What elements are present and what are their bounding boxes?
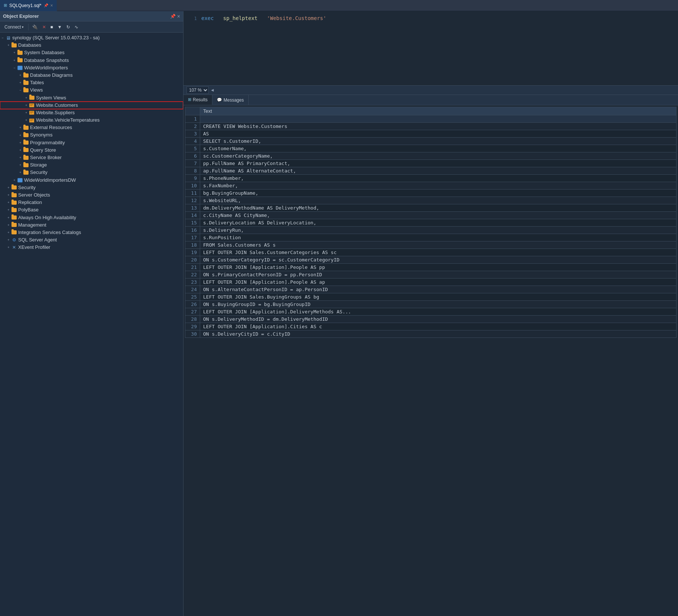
- tree-item-tables[interactable]: +Tables: [0, 79, 183, 86]
- tree-item-programmability[interactable]: +Programmability: [0, 139, 183, 146]
- row-text: bg.BuyingGroupName,: [200, 190, 677, 197]
- activity-monitor-button[interactable]: ∿: [73, 24, 80, 30]
- refresh-button[interactable]: ↻: [65, 24, 72, 30]
- row-text: pp.FullName AS PrimaryContact,: [200, 160, 677, 167]
- tree-expand-polybase[interactable]: +: [6, 207, 11, 213]
- properties-button[interactable]: ■: [49, 24, 54, 30]
- row-text: ON s.CustomerCategoryID = sc.CustomerCat…: [200, 256, 677, 264]
- tree-expand-storage[interactable]: +: [18, 162, 23, 168]
- tree-expand-system-views[interactable]: +: [24, 95, 29, 101]
- database-icon: [17, 177, 23, 183]
- tree-expand-wwi[interactable]: −: [12, 65, 17, 70]
- tree-expand-db-diagrams[interactable]: +: [18, 73, 23, 78]
- tree-expand-databases[interactable]: +: [6, 43, 11, 48]
- folder-icon: [11, 200, 17, 205]
- tree-expand-external-resources[interactable]: +: [18, 125, 23, 130]
- tree-label-security-top: Security: [18, 184, 36, 191]
- tab-pin-icon[interactable]: 📌: [44, 3, 48, 7]
- tree-item-security-top[interactable]: +Security: [0, 184, 183, 191]
- view-icon: [29, 117, 35, 123]
- tab-messages[interactable]: 💬 Messages: [212, 95, 249, 105]
- tree-expand-security-top[interactable]: +: [6, 185, 11, 190]
- table-row: 3AS: [185, 130, 677, 138]
- tree-item-synonyms[interactable]: +Synonyms: [0, 131, 183, 139]
- row-text: s.CustomerName,: [200, 145, 677, 152]
- tree-item-replication[interactable]: +Replication: [0, 199, 183, 206]
- tree-expand-server-objects[interactable]: +: [6, 192, 11, 198]
- tree-item-security[interactable]: +Security: [0, 169, 183, 176]
- table-row: 23LEFT OUTER JOIN [Application].People A…: [185, 279, 677, 286]
- svg-rect-4: [29, 111, 34, 115]
- tree-expand-server[interactable]: −: [0, 35, 5, 40]
- delete-button[interactable]: ✕: [41, 24, 47, 30]
- results-table: Text 12CREATE VIEW Website.Customers3AS4…: [185, 107, 677, 338]
- tree-item-sql-server-agent[interactable]: +⚙SQL Server Agent: [0, 236, 183, 244]
- tree-expand-replication[interactable]: +: [6, 200, 11, 205]
- tree-item-databases[interactable]: +Databases: [0, 42, 183, 49]
- tree-expand-tables[interactable]: +: [18, 80, 23, 85]
- disconnect-button[interactable]: 🔌: [31, 24, 39, 30]
- tree-item-views[interactable]: −Views: [0, 86, 183, 94]
- zoom-scroll-left[interactable]: ◄: [210, 88, 215, 93]
- tree-item-server[interactable]: −🖥synology (SQL Server 15.0.4073.23 - sa…: [0, 34, 183, 42]
- tree-item-website-customers[interactable]: + Website.Customers: [0, 102, 183, 109]
- tree-label-query-store: Query Store: [30, 147, 56, 154]
- tree-item-system-databases[interactable]: +System Databases: [0, 49, 183, 56]
- tree-expand-integration-services[interactable]: +: [6, 230, 11, 235]
- tree-item-xevent-profiler[interactable]: +✕XEvent Profiler: [0, 244, 183, 251]
- tree-expand-always-on[interactable]: +: [6, 215, 11, 220]
- tree-expand-wwi-dw[interactable]: +: [12, 178, 17, 183]
- agent-icon: ⚙: [11, 237, 17, 243]
- tree-expand-db-snapshots[interactable]: +: [12, 58, 17, 63]
- tree-item-management[interactable]: +Management: [0, 221, 183, 229]
- tree-item-query-store[interactable]: +Query Store: [0, 146, 183, 154]
- tree-expand-query-store[interactable]: +: [18, 148, 23, 153]
- tree-item-server-objects[interactable]: +Server Objects: [0, 191, 183, 199]
- tree-item-service-broker[interactable]: +Service Broker: [0, 154, 183, 161]
- tree-item-website-vehicle-temperatures[interactable]: + Website.VehicleTemperatures: [0, 116, 183, 124]
- sql-query-tab[interactable]: ⊞ SQLQuery1.sql* 📌 ×: [0, 0, 57, 11]
- tree-expand-website-vehicle-temperatures[interactable]: +: [24, 118, 29, 123]
- pin-icon[interactable]: 📌: [170, 14, 176, 19]
- folder-icon: [23, 125, 29, 131]
- string-arg: 'Website.Customers': [267, 15, 326, 21]
- server-icon: 🖥: [5, 35, 11, 41]
- tree-item-storage[interactable]: +Storage: [0, 161, 183, 169]
- tree-expand-xevent-profiler[interactable]: +: [6, 245, 11, 250]
- tree-expand-security[interactable]: +: [18, 170, 23, 175]
- row-number: 5: [185, 145, 200, 152]
- tree-item-integration-services[interactable]: +Integration Services Catalogs: [0, 229, 183, 236]
- tree-expand-synonyms[interactable]: +: [18, 133, 23, 138]
- tree-expand-system-databases[interactable]: +: [12, 50, 17, 55]
- connect-button[interactable]: Connect ▾: [2, 24, 26, 30]
- row-number: 8: [185, 167, 200, 175]
- tree-item-db-snapshots[interactable]: +Database Snapshots: [0, 57, 183, 64]
- filter-button[interactable]: ▼: [56, 24, 63, 30]
- tree-item-wwi-dw[interactable]: +WideWorldImportersDW: [0, 177, 183, 184]
- tree-expand-service-broker[interactable]: +: [18, 155, 23, 160]
- row-text: dm.DeliveryMethodName AS DeliveryMethod,: [200, 204, 677, 212]
- results-content: Text 12CREATE VIEW Website.Customers3AS4…: [183, 105, 678, 616]
- tree-item-polybase[interactable]: +PolyBase: [0, 206, 183, 214]
- tree-expand-programmability[interactable]: +: [18, 140, 23, 145]
- row-text: LEFT OUTER JOIN [Application].Cities AS …: [200, 323, 677, 330]
- close-icon[interactable]: ×: [177, 13, 180, 19]
- tree-expand-management[interactable]: +: [6, 223, 11, 228]
- tree-item-external-resources[interactable]: +External Resources: [0, 124, 183, 131]
- tree-expand-views[interactable]: −: [18, 88, 23, 93]
- zoom-select[interactable]: 107 % 100 % 75 %: [186, 86, 209, 94]
- tree-item-db-diagrams[interactable]: +Database Diagrams: [0, 72, 183, 79]
- tree-item-website-suppliers[interactable]: + Website.Suppliers: [0, 109, 183, 116]
- tree-item-always-on[interactable]: +Always On High Availability: [0, 214, 183, 221]
- tree-expand-website-customers[interactable]: +: [24, 103, 29, 108]
- tree-expand-sql-server-agent[interactable]: +: [6, 237, 11, 243]
- tab-close-icon[interactable]: ×: [50, 3, 53, 8]
- tree-item-system-views[interactable]: +System Views: [0, 94, 183, 102]
- sql-editor[interactable]: 1 exec sp_helptext 'Website.Customers': [183, 11, 678, 85]
- table-row: 21LEFT OUTER JOIN [Application].People A…: [185, 264, 677, 271]
- tree-label-website-vehicle-temperatures: Website.VehicleTemperatures: [36, 117, 100, 123]
- tab-results[interactable]: ⊞ Results: [183, 95, 212, 105]
- row-number: 27: [185, 308, 200, 316]
- tree-item-wwi[interactable]: −WideWorldImporters: [0, 64, 183, 72]
- tree-expand-website-suppliers[interactable]: +: [24, 110, 29, 115]
